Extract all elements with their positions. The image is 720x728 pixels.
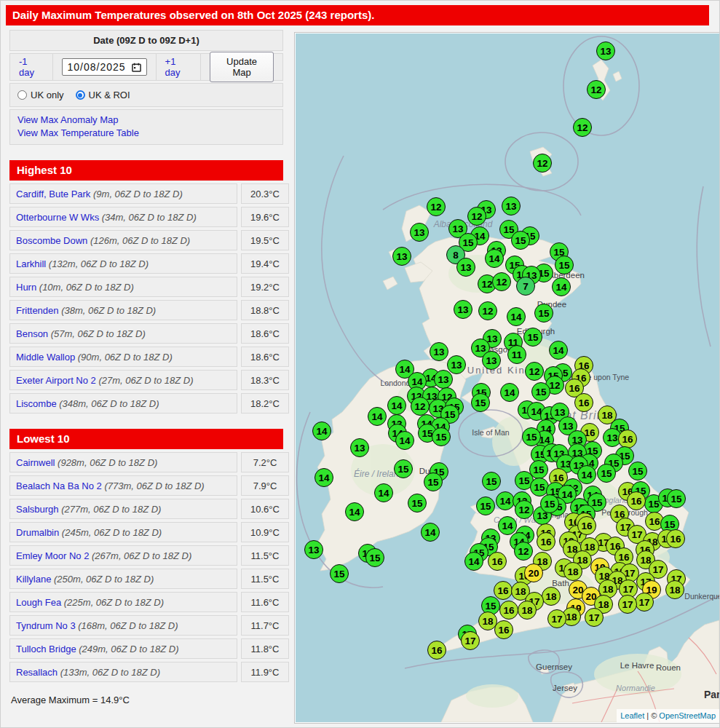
temp-marker[interactable]: 14 <box>500 383 519 402</box>
station-link[interactable]: Otterbourne W Wks <box>16 212 99 223</box>
temp-marker[interactable]: 15 <box>482 472 501 491</box>
temp-marker[interactable]: 7 <box>516 277 535 296</box>
temp-marker[interactable]: 16 <box>537 532 555 551</box>
temp-marker[interactable]: 20 <box>524 563 543 582</box>
temp-marker[interactable]: 12 <box>587 80 606 99</box>
leaflet-link[interactable]: Leaflet <box>620 711 644 720</box>
temp-marker[interactable]: 12 <box>533 154 552 173</box>
view-max-anomaly-link[interactable]: View Max Anomaly Map <box>17 114 275 125</box>
temp-marker[interactable]: 16 <box>488 552 507 571</box>
update-map-button[interactable]: Update Map <box>210 52 274 82</box>
temp-marker[interactable]: 18 <box>542 587 561 606</box>
station-link[interactable]: Liscombe <box>16 398 57 409</box>
temp-marker[interactable]: 12 <box>492 272 511 291</box>
station-link[interactable]: Cairnwell <box>16 457 55 468</box>
temp-marker[interactable]: 15 <box>408 494 427 513</box>
radio-unchecked-icon[interactable] <box>17 90 27 100</box>
temp-marker[interactable]: 16 <box>627 491 646 510</box>
temp-marker[interactable]: 12 <box>467 207 486 226</box>
station-link[interactable]: Hurn <box>16 282 36 293</box>
temp-marker[interactable]: 15 <box>523 328 542 347</box>
temp-marker[interactable]: 16 <box>494 620 513 639</box>
station-link[interactable]: Larkhill <box>16 258 46 269</box>
temp-marker[interactable]: 14 <box>498 516 517 535</box>
station-link[interactable]: Tyndrum No 3 <box>16 620 76 631</box>
temp-marker[interactable]: 13 <box>430 342 448 361</box>
view-max-table-link[interactable]: View Max Temperature Table <box>17 127 275 138</box>
radio-checked-icon[interactable] <box>76 90 85 100</box>
temp-marker[interactable]: 15 <box>330 564 349 583</box>
leaflet-map[interactable]: Alba / ScotlandAberdeenDundeeEdinburghGl… <box>296 33 719 722</box>
date-input[interactable]: 10/08/2025 <box>62 58 147 76</box>
temp-marker[interactable]: 16 <box>618 430 637 448</box>
temp-marker[interactable]: 14 <box>485 249 504 268</box>
temp-marker[interactable]: 15 <box>534 304 553 323</box>
osm-link[interactable]: OpenStreetMap <box>659 711 716 720</box>
temp-marker[interactable]: 11 <box>507 345 526 364</box>
station-link[interactable]: Frittenden <box>16 305 59 316</box>
temp-marker[interactable]: 12 <box>525 362 544 381</box>
temp-marker[interactable]: 15 <box>511 231 530 250</box>
station-link[interactable]: Bealach Na Ba No 2 <box>16 480 102 491</box>
temp-marker[interactable]: 13 <box>304 540 323 559</box>
temp-marker[interactable]: 15 <box>424 472 443 491</box>
temp-marker[interactable]: 15 <box>471 393 490 412</box>
station-link[interactable]: Boscombe Down <box>16 235 87 246</box>
temp-marker[interactable]: 14 <box>549 341 568 360</box>
temp-marker[interactable]: 16 <box>494 581 513 600</box>
temp-marker[interactable]: 18 <box>665 580 684 599</box>
calendar-icon[interactable] <box>132 63 141 72</box>
station-link[interactable]: Benson <box>16 328 48 339</box>
station-link[interactable]: Middle Wallop <box>16 352 75 363</box>
temp-marker[interactable]: 17 <box>618 595 637 614</box>
temp-marker[interactable]: 14 <box>552 277 571 296</box>
station-link[interactable]: Resallach <box>16 667 58 678</box>
temp-marker[interactable]: 15 <box>597 464 616 483</box>
temp-marker[interactable]: 16 <box>427 641 446 660</box>
temp-marker[interactable]: 15 <box>394 459 413 478</box>
temp-marker[interactable]: 16 <box>574 393 593 412</box>
temp-marker[interactable]: 13 <box>456 258 475 277</box>
temp-marker[interactable]: 12 <box>411 397 430 416</box>
temp-marker[interactable]: 13 <box>482 351 501 370</box>
region-radio-uk-roi[interactable]: UK & ROI <box>76 90 130 100</box>
temp-marker[interactable]: 14 <box>368 407 387 426</box>
station-link[interactable]: Salsburgh <box>16 504 59 515</box>
temp-marker[interactable]: 13 <box>392 247 411 266</box>
temp-marker[interactable]: 15 <box>522 427 541 446</box>
temp-marker[interactable]: 13 <box>596 41 615 60</box>
temp-marker[interactable]: 14 <box>387 396 406 415</box>
temp-marker[interactable]: 14 <box>507 307 526 326</box>
temp-marker[interactable]: 16 <box>577 516 596 535</box>
station-link[interactable]: Emley Moor No 2 <box>16 550 89 561</box>
temp-marker[interactable]: 14 <box>421 523 440 542</box>
temp-marker[interactable]: 14 <box>345 502 364 521</box>
temp-marker[interactable]: 15 <box>531 382 550 401</box>
station-link[interactable]: Exeter Airport No 2 <box>16 375 96 386</box>
temp-marker[interactable]: 12 <box>573 118 592 137</box>
temp-marker[interactable]: 17 <box>585 608 604 627</box>
next-day-link[interactable]: +1 day <box>165 56 192 78</box>
temp-marker[interactable]: 14 <box>312 422 331 440</box>
temp-marker[interactable]: 12 <box>514 542 533 561</box>
temp-marker[interactable]: 14 <box>395 431 414 450</box>
temp-marker[interactable]: 17 <box>461 631 480 650</box>
temp-marker[interactable]: 17 <box>635 593 654 612</box>
temp-marker[interactable]: 13 <box>502 197 521 215</box>
station-link[interactable]: Tulloch Bridge <box>16 644 76 654</box>
temp-marker[interactable]: 13 <box>350 438 369 457</box>
temp-marker[interactable]: 12 <box>478 301 497 320</box>
prev-day-link[interactable]: -1 day <box>19 56 44 78</box>
temp-marker[interactable]: 12 <box>427 197 446 216</box>
temp-marker[interactable]: 14 <box>314 468 333 487</box>
region-radio-uk-only[interactable]: UK only <box>17 90 64 100</box>
temp-marker[interactable]: 15 <box>555 256 574 274</box>
temp-marker[interactable]: 13 <box>434 370 453 389</box>
date-value[interactable]: 10/08/2025 <box>68 61 126 73</box>
temp-marker[interactable]: 16 <box>499 601 518 620</box>
temp-marker[interactable]: 16 <box>666 529 685 548</box>
temp-marker[interactable]: 13 <box>447 355 466 374</box>
temp-marker[interactable]: 15 <box>540 494 559 513</box>
station-link[interactable]: Lough Fea <box>16 597 61 608</box>
temp-marker[interactable]: 14 <box>464 552 483 571</box>
